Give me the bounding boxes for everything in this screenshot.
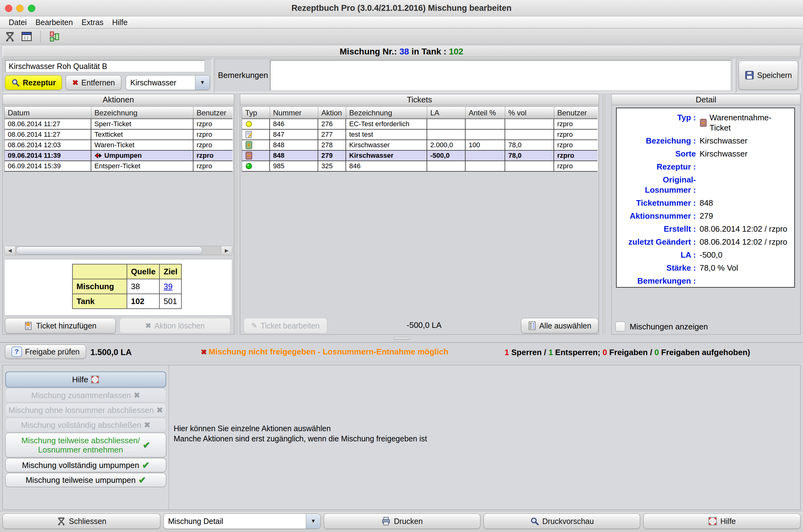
menu-item-bearbeiten[interactable]: Bearbeiten — [31, 16, 77, 28]
nummer-cell: 848 — [270, 151, 318, 161]
menu-item-hilfe[interactable]: Hilfe — [108, 16, 132, 28]
delete-icon[interactable] — [4, 30, 16, 43]
detail-field: SorteKirschwasser — [619, 149, 791, 159]
drucken-label: Drucken — [394, 517, 422, 526]
la-cell: -500,0 — [427, 151, 466, 161]
transfer-col-header: Quelle — [127, 264, 160, 279]
benutzer-cell: rzpro — [194, 151, 233, 161]
detail-field: Rezeptur : — [619, 162, 791, 172]
speichern-button[interactable]: Speichern — [738, 61, 798, 90]
mixture-header-label: Mischung Nr.: — [340, 47, 397, 56]
detail-fields: Typ :Warenentnahme-TicketBezeichung :Kir… — [616, 108, 795, 288]
table-row[interactable]: 847277test testrzpro — [242, 130, 598, 140]
printer-icon — [381, 516, 391, 526]
actions-column-divider — [169, 365, 169, 509]
action-button-mischung-vollst-ndig-umpumpen[interactable]: Mischung vollständig umpumpen✔ — [5, 458, 166, 472]
vertical-splitter-right[interactable] — [603, 94, 605, 335]
table-row[interactable]: 08.06.2014 12:03Waren-Ticketrzpro — [5, 140, 233, 151]
sorte-select[interactable]: Kirschwasser ▼ — [126, 75, 210, 90]
detail-field-value: 279 — [696, 211, 713, 221]
benutzer-cell: rzpro — [194, 119, 233, 130]
detail-field-label: Bezeichung : — [619, 136, 696, 146]
table-row[interactable]: 846276EC-Test erforderlichrzpro — [242, 119, 598, 130]
total-la-value: 1.500,0 LA — [90, 348, 132, 357]
detail-field-value: -500,0 — [696, 250, 723, 260]
vol-cell — [505, 130, 554, 140]
nummer-cell: 846 — [270, 119, 318, 130]
scroll-right-icon[interactable]: ▶ — [221, 246, 232, 255]
table-row[interactable]: 985325846rzpro — [242, 161, 598, 172]
stats-part: Entsperren; — [553, 348, 602, 357]
ticket-hinzufuegen-button[interactable]: Ticket hinzufügen — [5, 318, 116, 334]
rezeptur-button[interactable]: Rezeptur — [5, 75, 62, 90]
table-row[interactable]: 08.06.2014 11:27Sperr-Ticketrzpro — [5, 119, 233, 130]
freigabe-pruefen-label: Freigabe prüfen — [25, 347, 80, 356]
schliessen-button[interactable]: Schliessen — [2, 513, 160, 529]
table-row[interactable]: 08.06.2014 11:27Textticketrzpro — [5, 130, 233, 140]
detail-field-label: Aktionsnummer : — [619, 211, 696, 221]
scrollbar-thumb[interactable] — [16, 247, 202, 254]
chevron-down-icon[interactable]: ▼ — [306, 514, 321, 529]
bemerkungen-textarea[interactable] — [270, 60, 731, 91]
table-row[interactable]: 848279Kirschwasser-500,078,0rzpro — [242, 151, 598, 161]
chevron-down-icon[interactable]: ▼ — [195, 75, 209, 90]
aktionen-table-header: DatumBezeichnungBenutzer — [5, 107, 233, 119]
scroll-left-icon[interactable]: ◀ — [5, 246, 16, 255]
typ-cell — [242, 151, 270, 161]
window-icon[interactable]: ( ) — [20, 30, 33, 43]
action-button-mischung-teilweise-umpumpen[interactable]: Mischung teilweise umpumpen✔ — [5, 473, 166, 487]
anteil-cell — [466, 130, 505, 140]
menu-item-datei[interactable]: Datei — [4, 16, 31, 28]
actions-info-line-2: Manche Aktionen sind erst zugänglich, we… — [174, 434, 427, 444]
splitter-grip[interactable] — [394, 337, 410, 340]
table-row[interactable]: 06.09.2014 15:39Entsperr-Ticketrzpro — [5, 161, 233, 172]
vertical-splitter-left[interactable] — [235, 94, 237, 335]
table-row[interactable]: 09.06.2014 11:39Umpumpenrzpro — [5, 151, 233, 161]
tank-label: in Tank : — [412, 47, 446, 56]
datum-cell: 08.06.2014 11:27 — [5, 119, 91, 130]
umpumpen-icon — [94, 152, 103, 159]
detail-panel-title: Detail — [612, 94, 800, 105]
menu-item-extras[interactable]: Extras — [77, 16, 108, 28]
detail-field-label: Ticketnummer : — [619, 198, 696, 208]
aktion-loeschen-button: ✖ Aktion löschen — [120, 318, 230, 334]
column-header: Bezeichnung — [91, 107, 194, 119]
pencil-icon: ✎ — [251, 322, 258, 329]
anteil-cell — [466, 151, 505, 161]
action-button-mischung-teilweise-abschliessen-losnummer-entnehmen[interactable]: Mischung teilweise abschliessen/Losnumme… — [5, 433, 166, 457]
column-header: Typ — [242, 107, 270, 119]
la-cell: 2.000,0 — [427, 140, 466, 151]
freigabe-stats: 1 Sperren / 1 Entsperren; 0 Freigaben / … — [505, 348, 750, 357]
aktionen-table: DatumBezeichnungBenutzer 08.06.2014 11:2… — [4, 107, 233, 172]
la-cell — [427, 130, 466, 140]
detail-field-value: 78,0 % Vol — [696, 263, 738, 273]
horizontal-splitter[interactable] — [0, 337, 803, 340]
detail-field: Original-Losnummer : — [619, 175, 791, 195]
transfer-ziel-link[interactable]: 39 — [163, 282, 172, 291]
aktionen-panel-title: Aktionen — [3, 94, 234, 105]
transfer-corner-cell — [72, 264, 127, 279]
action-button-label: Mischung zusammenfassen — [31, 391, 131, 400]
freigabe-pruefen-button[interactable]: ? Freigabe prüfen — [5, 345, 86, 359]
action-button-hilfe[interactable]: Hilfe — [5, 372, 166, 387]
flow-icon[interactable] — [48, 30, 61, 43]
entfernen-button[interactable]: ✖ Entfernen — [66, 75, 121, 90]
mixture-name-input[interactable] — [5, 60, 205, 72]
gray-x-icon: ✖ — [145, 322, 151, 329]
mischungen-anzeigen-checkbox[interactable] — [615, 322, 625, 331]
goods-in-icon — [245, 141, 253, 149]
aktionen-h-scrollbar[interactable]: ◀ ▶ — [4, 246, 232, 255]
detail-field-label: zuletzt Geändert : — [619, 237, 696, 247]
druckvorschau-button[interactable]: Druckvorschau — [483, 513, 640, 529]
hilfe-button[interactable]: Hilfe — [643, 513, 801, 529]
green-status-icon — [245, 163, 253, 170]
sorte-select-value: Kirschwasser — [126, 78, 195, 87]
bemerkungen-label: Bemerkungen : — [218, 71, 272, 80]
view-select[interactable]: Mischung Detail ▼ — [163, 513, 321, 529]
ticket-add-icon — [24, 321, 33, 330]
alle-auswaehlen-button[interactable]: Alle auswählen — [521, 318, 598, 334]
drucken-button[interactable]: Drucken — [324, 513, 480, 529]
detail-field-label: LA : — [619, 250, 696, 260]
ticket-bearbeiten-label: Ticket bearbeiten — [261, 321, 320, 330]
table-row[interactable]: 848278Kirschwasser2.000,010078,0rzpro — [242, 140, 598, 151]
